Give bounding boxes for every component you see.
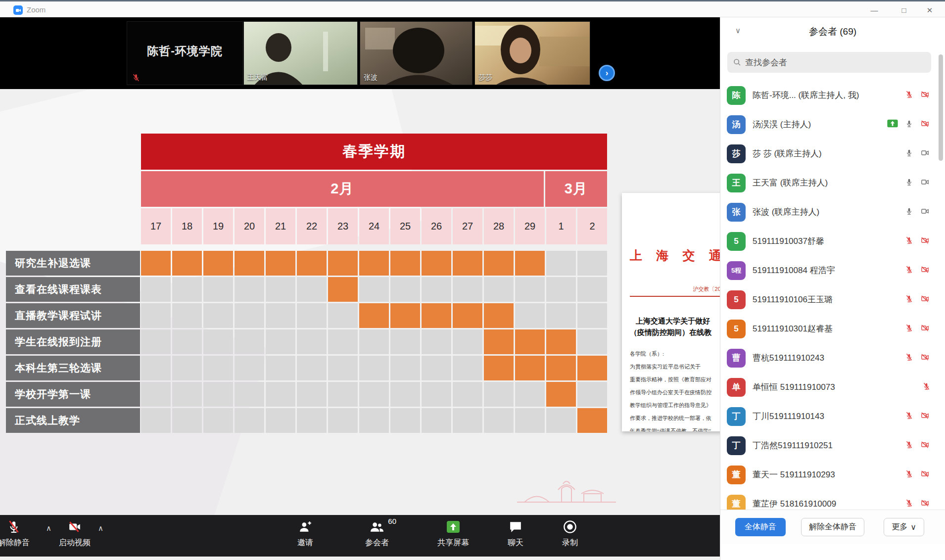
participant-status-icons (905, 265, 930, 277)
muted-mic-icon (923, 381, 930, 393)
zoom-logo-icon (13, 5, 23, 15)
gantt-date-label: 19 (203, 208, 233, 244)
panel-scrollbar[interactable] (939, 54, 943, 161)
participant-name: 519111910037舒馨 (753, 235, 824, 247)
gantt-row-label: 学校开学第一课 (6, 382, 140, 407)
avatar: 丁 (727, 407, 746, 426)
participant-row[interactable]: 董董天一 519111910293 (720, 460, 938, 489)
chat-button[interactable]: 聊天 (501, 519, 530, 548)
participant-row[interactable]: 莎莎 莎 (联席主持人) (720, 139, 938, 168)
participants-icon: 60 (370, 519, 384, 535)
gantt-cell-active (328, 277, 358, 302)
video-off-icon (67, 519, 82, 535)
video-tile-zhangbo[interactable]: 张波 (360, 21, 472, 85)
participant-name: 汤淏淏 (主持人) (753, 119, 811, 130)
participant-row[interactable]: 5519111910106王玉璐 (720, 285, 938, 314)
video-icon (920, 178, 930, 188)
gantt-cell-active (484, 303, 514, 328)
more-button[interactable]: 更多 ∨ (884, 518, 924, 536)
participant-row[interactable]: 丁丁川519111910143 (720, 402, 938, 431)
gantt-cell (141, 356, 171, 380)
record-icon (563, 519, 577, 535)
gantt-cell (422, 356, 451, 380)
gantt-cell (453, 408, 482, 433)
participant-row[interactable]: 王王天富 (联席主持人) (720, 168, 938, 197)
gantt-date-label: 27 (453, 208, 482, 244)
gantt-date-label: 29 (515, 208, 545, 244)
participant-status-icons (905, 352, 930, 364)
invite-button[interactable]: 邀请 (285, 519, 325, 548)
gantt-date-label: 20 (235, 208, 264, 244)
gantt-cell-active (453, 303, 482, 328)
participant-name: 丁浩然519111910251 (753, 440, 833, 451)
document-rule (630, 296, 728, 297)
gantt-date-label: 24 (359, 208, 389, 244)
participant-row[interactable]: 曹曹杭519111910243 (720, 343, 938, 373)
avatar: 5程 (727, 261, 746, 280)
gantt-cell (515, 408, 545, 433)
video-off-icon (920, 470, 930, 480)
participant-row[interactable]: 丁丁浩然519111910251 (720, 431, 938, 460)
share-screen-button[interactable]: 共享屏幕 (428, 519, 478, 548)
panel-footer: 全体静音 解除全体静音 更多 ∨ (720, 510, 945, 544)
participants-panel: ∨ 参会者 (69) 查找参会者 陈陈哲-环境... (联席主持人, 我)汤汤淏… (720, 17, 945, 560)
gantt-cell (390, 356, 420, 380)
avatar: 5 (727, 290, 746, 309)
mute-all-button[interactable]: 全体静音 (735, 518, 786, 536)
avatar: 5 (727, 320, 746, 338)
video-off-icon (920, 499, 930, 509)
document-text-line: 各学院（系）: (630, 350, 728, 358)
participant-row[interactable]: 汤汤淏淏 (主持人) (720, 110, 938, 139)
participants-button[interactable]: 60 参会者 (352, 519, 402, 548)
gantt-cell (484, 382, 514, 407)
gantt-cell (546, 251, 576, 276)
video-icon (920, 207, 930, 217)
gantt-grid (141, 251, 607, 433)
video-tile-chenzhe[interactable]: 陈哲-环境学院 (127, 21, 243, 85)
gantt-cell-active (515, 251, 545, 276)
gantt-cell (297, 277, 327, 302)
start-video-button[interactable]: 启动视频 (47, 519, 102, 548)
gantt-cell (328, 329, 358, 354)
gantt-cell-active (203, 251, 233, 276)
gantt-cell (390, 277, 420, 302)
avatar: 莎 (727, 144, 746, 163)
video-off-icon (920, 120, 930, 130)
gantt-cell (266, 303, 295, 328)
video-tile-shasha[interactable]: 莎莎 (474, 21, 590, 85)
gantt-cell (577, 329, 607, 354)
close-button[interactable]: ✕ (918, 3, 941, 17)
participant-row[interactable]: 5程519111910084 程浩宇 (720, 256, 938, 285)
document-title: 上海交通大学关于做好 (630, 317, 728, 326)
record-button[interactable]: 录制 (555, 519, 585, 548)
participant-row[interactable]: 单单恒恒 519111910073 (720, 373, 938, 402)
maximize-button[interactable]: □ (893, 3, 915, 17)
gantt-date-label: 26 (422, 208, 451, 244)
gantt-cell (328, 303, 358, 328)
participant-name-overlay: 王天富 (247, 73, 268, 82)
gantt-cell (203, 382, 233, 407)
gantt-cell (453, 329, 482, 354)
video-options-chevron[interactable]: ∧ (98, 524, 103, 533)
participant-name: 董天一 519111910293 (753, 469, 835, 480)
participant-row[interactable]: 5519111910301赵睿基 (720, 314, 938, 343)
search-participants-input[interactable]: 查找参会者 (727, 52, 931, 73)
participant-name: 董芷伊 518161910009 (753, 498, 836, 510)
next-videos-button[interactable]: › (599, 65, 615, 81)
unmute-all-button[interactable]: 解除全体静音 (801, 518, 864, 536)
gantt-title: 春季学期 (141, 134, 607, 170)
gantt-cell (390, 382, 420, 407)
minimize-button[interactable]: — (863, 3, 886, 17)
participant-row[interactable]: 张张波 (联席主持人) (720, 197, 938, 227)
gantt-cell (297, 408, 327, 433)
gantt-cell (328, 382, 358, 407)
video-tile-wangtianfu[interactable]: 王天富 (243, 21, 358, 85)
gantt-cell (266, 329, 295, 354)
gantt-cell (141, 303, 171, 328)
participant-row[interactable]: 陈陈哲-环境... (联席主持人, 我) (720, 81, 938, 110)
participant-row[interactable]: 5519111910037舒馨 (720, 227, 938, 256)
gantt-cell-active (141, 251, 171, 276)
gantt-row-label: 查看在线课程课表 (6, 277, 140, 302)
participant-status-icons (905, 323, 930, 335)
unmute-button[interactable]: 解除静音 (0, 519, 30, 548)
